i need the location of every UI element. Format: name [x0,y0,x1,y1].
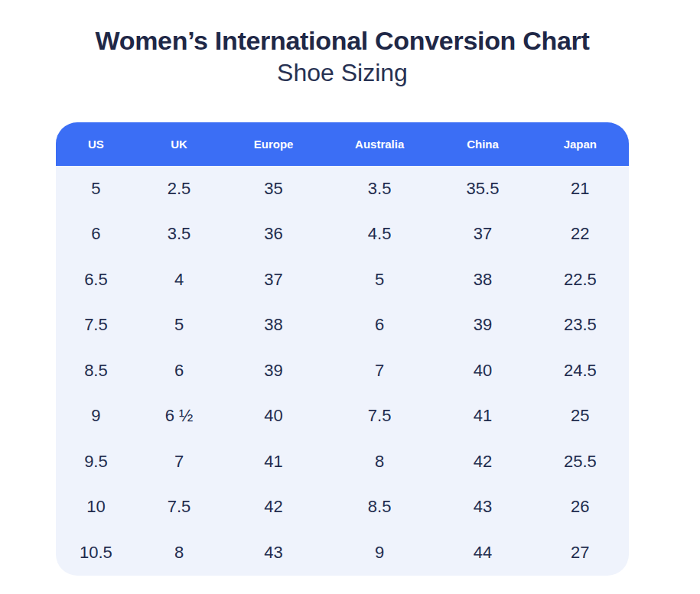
size-cell: 21 [532,166,629,212]
size-cell: 4 [136,257,222,303]
size-cell: 40 [222,394,325,440]
size-cell: 41 [222,439,325,485]
column-header-australia: Australia [325,122,434,166]
page: Women’s International Conversion Chart S… [0,0,700,594]
size-cell: 37 [222,257,325,303]
size-cell: 8.5 [325,485,434,531]
size-cell: 7.5 [56,303,136,349]
size-cell: 42 [222,485,325,531]
size-cell: 4.5 [325,212,434,258]
table-body: 52.5353.535.52163.5364.537226.543753822.… [56,166,629,576]
size-cell: 7 [136,439,222,485]
size-cell: 35.5 [434,166,531,212]
size-cell: 9 [56,394,136,440]
table-row: 52.5353.535.521 [56,166,629,212]
table-row: 6.543753822.5 [56,257,629,303]
table-row: 96 ½407.54125 [56,394,629,440]
table-row: 8.563974024.5 [56,348,629,394]
column-header-japan: Japan [532,122,629,166]
size-cell: 44 [434,530,531,576]
size-cell: 3.5 [325,166,434,212]
size-cell: 43 [434,485,531,531]
size-cell: 25.5 [532,439,629,485]
size-cell: 3.5 [136,212,222,258]
size-cell: 8 [325,439,434,485]
size-cell: 5 [136,303,222,349]
size-cell: 9.5 [56,439,136,485]
size-cell: 38 [434,257,531,303]
table-row: 107.5428.54326 [56,485,629,531]
size-cell: 27 [532,530,629,576]
conversion-table-container: USUKEuropeAustraliaChinaJapan 52.5353.53… [56,122,629,576]
table-row: 9.574184225.5 [56,439,629,485]
size-cell: 36 [222,212,325,258]
size-cell: 40 [434,348,531,394]
table-header: USUKEuropeAustraliaChinaJapan [56,122,629,166]
size-cell: 22.5 [532,257,629,303]
size-cell: 2.5 [136,166,222,212]
size-cell: 41 [434,394,531,440]
header-row: USUKEuropeAustraliaChinaJapan [56,122,629,166]
size-cell: 39 [222,348,325,394]
table-row: 63.5364.53722 [56,212,629,258]
size-cell: 5 [56,166,136,212]
size-cell: 6.5 [56,257,136,303]
size-cell: 23.5 [532,303,629,349]
size-cell: 6 [325,303,434,349]
size-cell: 6 ½ [136,394,222,440]
size-cell: 6 [136,348,222,394]
size-cell: 9 [325,530,434,576]
size-cell: 7.5 [136,485,222,531]
table-row: 7.553863923.5 [56,303,629,349]
size-cell: 35 [222,166,325,212]
column-header-uk: UK [136,122,222,166]
size-cell: 39 [434,303,531,349]
size-cell: 24.5 [532,348,629,394]
size-cell: 25 [532,394,629,440]
size-cell: 42 [434,439,531,485]
size-cell: 37 [434,212,531,258]
column-header-europe: Europe [222,122,325,166]
size-cell: 10.5 [56,530,136,576]
size-cell: 10 [56,485,136,531]
size-cell: 8 [136,530,222,576]
size-cell: 43 [222,530,325,576]
size-cell: 7 [325,348,434,394]
column-header-china: China [434,122,531,166]
size-cell: 8.5 [56,348,136,394]
table-row: 10.584394427 [56,530,629,576]
size-cell: 26 [532,485,629,531]
size-cell: 5 [325,257,434,303]
page-title: Women’s International Conversion Chart [56,26,629,56]
size-cell: 7.5 [325,394,434,440]
page-subtitle: Shoe Sizing [56,59,629,87]
size-cell: 6 [56,212,136,258]
size-cell: 22 [532,212,629,258]
column-header-us: US [56,122,136,166]
size-cell: 38 [222,303,325,349]
conversion-table: USUKEuropeAustraliaChinaJapan 52.5353.53… [56,122,629,576]
